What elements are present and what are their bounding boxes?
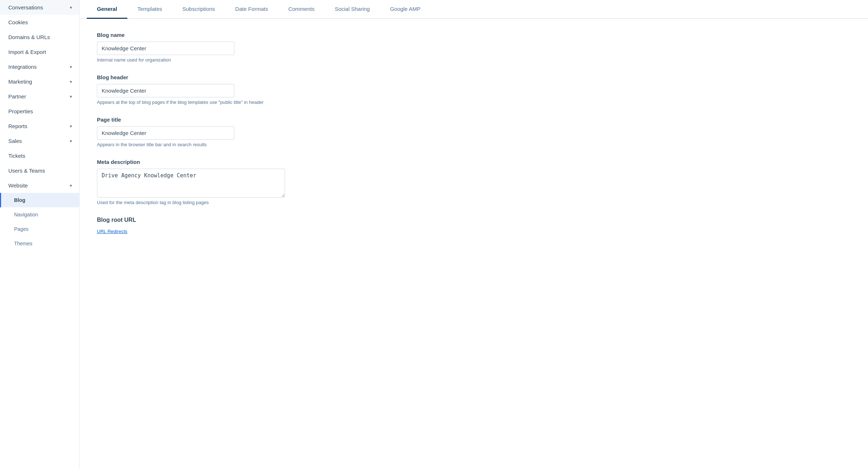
blog-name-group: Blog name Internal name used for organiz… [97,32,388,63]
sidebar-item-conversations[interactable]: Conversations▾ [0,0,79,15]
sidebar-item-label: Properties [8,108,33,114]
blog-name-label: Blog name [97,32,388,38]
sidebar-item-marketing[interactable]: Marketing▾ [0,74,79,89]
chevron-down-icon: ▾ [70,94,72,99]
tab-general[interactable]: General [87,0,127,19]
sidebar-item-tickets[interactable]: Tickets [0,148,79,163]
blog-name-input[interactable] [97,42,234,55]
chevron-down-icon: ▾ [70,183,72,188]
blog-root-url-label: Blog root URL [97,217,388,223]
sidebar-item-cookies[interactable]: Cookies [0,15,79,30]
blog-root-url-group: Blog root URL URL Redirects [97,217,388,234]
meta-description-textarea[interactable] [97,169,285,198]
chevron-down-icon: ▾ [70,5,72,10]
sidebar-item-properties[interactable]: Properties [0,104,79,119]
chevron-down-icon: ▾ [70,139,72,144]
content-area: Blog name Internal name used for organiz… [80,19,405,469]
meta-description-hint: Used for the meta description tag in blo… [97,200,285,205]
sidebar-item-label: Users & Teams [8,168,45,174]
sidebar-item-label: Partner [8,93,26,100]
sidebar-item-label: Cookies [8,19,28,25]
page-title-label: Page title [97,117,388,123]
page-title-input[interactable] [97,126,234,140]
sidebar-item-label: Import & Export [8,49,46,55]
sidebar-item-themes[interactable]: Themes [0,236,79,251]
sidebar-item-pages[interactable]: Pages [0,222,79,236]
sidebar-item-website[interactable]: Website▾ [0,178,79,193]
tab-templates[interactable]: Templates [127,0,172,19]
tab-date-formats[interactable]: Date Formats [225,0,278,19]
blog-name-hint: Internal name used for organization [97,57,285,63]
blog-header-input[interactable] [97,84,234,97]
sidebar-item-label: Sales [8,138,22,144]
sidebar-item-sales[interactable]: Sales▾ [0,134,79,148]
tab-social-sharing[interactable]: Social Sharing [325,0,380,19]
main-content: GeneralTemplatesSubscriptionsDate Format… [80,0,868,469]
blog-header-group: Blog header Appears at the top of blog p… [97,74,388,105]
tab-subscriptions[interactable]: Subscriptions [172,0,225,19]
sidebar-item-label: Tickets [8,153,25,159]
sidebar: Conversations▾CookiesDomains & URLsImpor… [0,0,80,469]
sidebar-item-domains---urls[interactable]: Domains & URLs [0,30,79,45]
meta-description-label: Meta description [97,159,388,165]
sidebar-item-navigation[interactable]: Navigation [0,207,79,222]
sidebar-item-label: Domains & URLs [8,34,50,40]
sidebar-item-label: Pages [14,226,29,232]
url-redirects-link[interactable]: URL Redirects [97,229,127,234]
blog-header-hint: Appears at the top of blog pages if the … [97,100,285,105]
sidebar-item-label: Website [8,182,28,189]
tab-google-amp[interactable]: Google AMP [380,0,430,19]
sidebar-item-label: Navigation [14,212,38,217]
chevron-down-icon: ▾ [70,79,72,84]
tab-bar: GeneralTemplatesSubscriptionsDate Format… [80,0,868,19]
sidebar-item-import---export[interactable]: Import & Export [0,45,79,59]
sidebar-item-reports[interactable]: Reports▾ [0,119,79,134]
sidebar-item-label: Conversations [8,4,43,10]
sidebar-item-integrations[interactable]: Integrations▾ [0,59,79,74]
sidebar-item-partner[interactable]: Partner▾ [0,89,79,104]
tab-comments[interactable]: Comments [278,0,325,19]
sidebar-item-label: Reports [8,123,27,129]
sidebar-item-label: Marketing [8,79,32,85]
sidebar-item-label: Blog [14,197,25,203]
sidebar-item-label: Themes [14,241,33,246]
sidebar-item-label: Integrations [8,64,37,70]
sidebar-item-blog[interactable]: Blog [0,193,79,207]
blog-header-label: Blog header [97,74,388,80]
page-title-group: Page title Appears in the browser title … [97,117,388,147]
chevron-down-icon: ▾ [70,64,72,69]
meta-description-group: Meta description Used for the meta descr… [97,159,388,205]
sidebar-item-users---teams[interactable]: Users & Teams [0,163,79,178]
chevron-down-icon: ▾ [70,124,72,129]
page-title-hint: Appears in the browser title bar and in … [97,142,285,147]
